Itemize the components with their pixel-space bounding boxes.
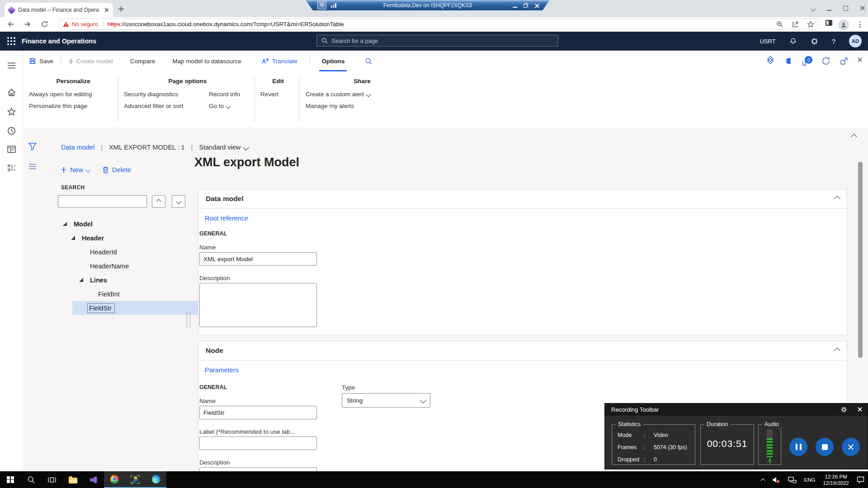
browser-menu-icon[interactable]	[859, 21, 861, 28]
browser-profile-avatar[interactable]	[838, 19, 849, 30]
url-bar[interactable]: No seguro https://usnconeboxax1aos.cloud…	[58, 19, 819, 30]
view-selector[interactable]: Standard view	[199, 144, 248, 151]
actions-search-icon[interactable]	[365, 57, 373, 65]
security-label[interactable]: No seguro	[72, 21, 98, 28]
open-in-office-icon[interactable]	[784, 57, 793, 65]
vertical-scrollbar[interactable]	[858, 162, 863, 358]
close-recording-button[interactable]	[842, 438, 860, 456]
stop-recording-button[interactable]	[816, 438, 834, 456]
favorites-star-icon[interactable]	[0, 108, 23, 116]
tab-options[interactable]: Options	[319, 51, 347, 71]
pane-toggle-icon[interactable]	[28, 164, 37, 169]
delete-button[interactable]: Delete	[102, 166, 131, 174]
share-icon[interactable]	[792, 21, 799, 28]
always-open-for-editing-button[interactable]: Always open for editing	[29, 89, 118, 100]
attachments-icon[interactable]: 0	[802, 56, 812, 66]
create-model-button[interactable]: Create model	[68, 58, 113, 65]
recording-toolbar-titlebar[interactable]: Recording Toolbar	[605, 404, 868, 416]
expander-icon[interactable]	[63, 222, 67, 226]
compare-button[interactable]: Compare	[130, 58, 156, 65]
collapse-section-chevron-icon[interactable]	[834, 347, 840, 354]
visual-studio-icon[interactable]	[83, 471, 104, 488]
browser-tab[interactable]: Data model -- Finance and Opera	[5, 3, 113, 17]
taskbar-search-icon[interactable]	[21, 471, 42, 488]
translate-button[interactable]: Translate	[261, 57, 297, 65]
url-text[interactable]: https://usnconeboxax1aos.cloud.onebox.dy…	[108, 21, 344, 28]
section-header[interactable]: Node	[198, 341, 847, 361]
advanced-filter-sort-button[interactable]: Advanced filter or sort	[124, 100, 209, 112]
collapse-ribbon-chevron-icon[interactable]	[852, 133, 856, 141]
name-input[interactable]	[199, 252, 317, 266]
refresh-icon[interactable]	[821, 56, 830, 66]
create-custom-alert-button[interactable]: Create a custom alert	[306, 89, 419, 100]
tree-node-fieldint[interactable]: FieldInt	[23, 287, 186, 301]
tab-list-chevron-icon[interactable]	[811, 5, 815, 13]
tab-close-icon[interactable]	[104, 8, 109, 12]
filter-funnel-icon[interactable]	[28, 143, 37, 150]
zoom-page-icon[interactable]	[776, 21, 783, 28]
back-icon[interactable]	[7, 20, 15, 28]
tree-node-headerid[interactable]: HeaderId	[23, 245, 186, 259]
breadcrumb-page-link[interactable]: Data model	[61, 144, 94, 151]
tree-node-model[interactable]: Model	[23, 217, 186, 231]
rdp-connection-bar[interactable]: Fernitudela.Dev on ISHQPF2XQKS3	[306, 0, 550, 10]
file-explorer-icon[interactable]	[62, 471, 83, 488]
new-button[interactable]: New	[61, 166, 90, 174]
rdp-restore-button[interactable]	[524, 1, 528, 9]
security-diagnostics-button[interactable]: Security diagnostics	[124, 89, 209, 100]
window-maximize-button[interactable]	[843, 5, 848, 13]
recording-close-icon[interactable]	[857, 406, 862, 413]
hamburger-menu-icon[interactable]	[0, 62, 23, 69]
manage-my-alerts-button[interactable]: Manage my alerts	[306, 100, 419, 112]
node-description-input[interactable]	[199, 467, 317, 471]
node-name-input[interactable]	[199, 406, 317, 419]
chrome-icon[interactable]	[104, 471, 125, 488]
action-center-icon[interactable]	[857, 476, 864, 483]
modules-list-icon[interactable]	[0, 164, 23, 172]
tree-node-lines[interactable]: Lines	[23, 273, 186, 287]
workspaces-icon[interactable]	[0, 145, 23, 153]
window-minimize-button[interactable]	[827, 5, 831, 13]
expander-icon[interactable]	[71, 236, 75, 240]
search-prev-button[interactable]	[152, 195, 165, 208]
recent-clock-icon[interactable]	[0, 127, 23, 135]
pause-recording-button[interactable]	[789, 438, 807, 456]
collapse-section-chevron-icon[interactable]	[834, 196, 840, 202]
tree-node-headername[interactable]: HeaderName	[23, 259, 186, 273]
close-page-icon[interactable]	[857, 57, 863, 65]
description-textarea[interactable]	[199, 283, 317, 327]
expander-icon[interactable]	[79, 278, 83, 282]
rdp-minimize-button[interactable]	[513, 1, 517, 9]
company-selector[interactable]: USRT	[760, 38, 776, 45]
start-button[interactable]	[0, 471, 21, 488]
volume-muted-icon[interactable]	[772, 476, 780, 483]
app-title[interactable]: Finance and Operations	[22, 38, 96, 45]
rdp-close-button[interactable]	[534, 1, 539, 9]
window-close-button[interactable]	[860, 5, 865, 13]
node-label-input[interactable]	[199, 436, 317, 450]
go-to-button[interactable]: Go to	[209, 100, 240, 112]
settings-gear-icon[interactable]	[811, 38, 818, 45]
personalize-this-page-button[interactable]: Personalize this page	[29, 100, 118, 112]
tree-search-input[interactable]	[58, 195, 147, 208]
network-icon[interactable]	[788, 476, 797, 483]
help-icon[interactable]: ?	[832, 38, 835, 45]
waffle-icon[interactable]	[7, 37, 9, 39]
edge-icon[interactable]	[146, 471, 166, 488]
bookmark-star-icon[interactable]	[807, 21, 814, 28]
forward-icon[interactable]	[24, 20, 31, 28]
revert-button[interactable]: Revert	[260, 89, 296, 100]
new-tab-button[interactable]	[118, 5, 124, 14]
reload-icon[interactable]	[41, 20, 48, 28]
notifications-bell-icon[interactable]	[789, 38, 797, 45]
task-view-icon[interactable]	[42, 471, 62, 488]
recording-settings-gear-icon[interactable]	[840, 406, 847, 413]
language-indicator[interactable]: ENG	[804, 477, 816, 483]
home-icon[interactable]	[0, 89, 23, 97]
search-next-button[interactable]	[172, 195, 185, 208]
show-hidden-icons-chevron[interactable]	[761, 476, 764, 484]
root-reference-link[interactable]: Root reference	[205, 215, 248, 222]
type-select[interactable]: String	[342, 393, 430, 408]
dynamics-diamond-icon[interactable]	[765, 56, 775, 66]
tree-node-header[interactable]: Header	[23, 231, 186, 245]
